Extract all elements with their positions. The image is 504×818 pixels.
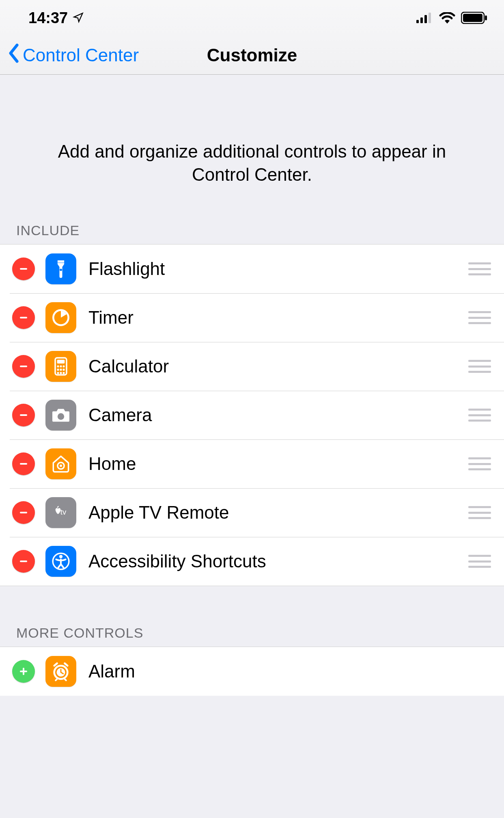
flashlight-icon [45,253,76,284]
svg-rect-9 [20,366,27,367]
battery-icon [461,12,488,24]
svg-rect-11 [20,463,27,465]
svg-rect-0 [416,20,419,23]
drag-handle-icon[interactable] [468,409,491,422]
list-item: Alarm [0,647,504,696]
drag-handle-icon[interactable] [468,555,491,568]
svg-rect-1 [420,17,423,23]
drag-handle-icon[interactable] [468,311,491,324]
status-left: 14:37 [28,9,84,27]
list-item: Home [0,439,504,488]
add-button[interactable] [12,660,35,683]
list-item: Flashlight [0,245,504,293]
wifi-icon [439,12,455,24]
svg-rect-12 [20,512,27,513]
row-label: Alarm [88,661,493,682]
row-label: Calculator [88,356,468,377]
home-icon [45,448,76,479]
svg-rect-13 [20,560,27,562]
svg-rect-10 [20,414,27,416]
svg-rect-3 [429,13,431,23]
svg-rect-5 [463,14,482,22]
back-label: Control Center [23,45,139,65]
section-header-more: More Controls [0,621,504,647]
nav-title: Customize [207,45,297,65]
list-item: Timer [0,293,504,342]
row-label: Camera [88,405,468,425]
include-table: FlashlightTimerCalculatorCameraHomeApple… [0,244,504,586]
drag-handle-icon[interactable] [468,457,491,470]
remove-button[interactable] [12,306,35,329]
appletv-icon [45,497,76,528]
calculator-icon [45,351,76,382]
drag-handle-icon[interactable] [468,360,491,373]
remove-button[interactable] [12,501,35,524]
intro-text: Add and organize additional controls to … [0,75,504,219]
remove-button[interactable] [12,452,35,475]
row-label: Flashlight [88,259,468,279]
more-table: Alarm [0,647,504,696]
row-label: Apple TV Remote [88,502,468,523]
row-label: Timer [88,307,468,328]
svg-rect-6 [485,15,487,20]
alarm-icon [45,656,76,687]
list-item: Calculator [0,342,504,391]
location-arrow-icon [73,9,84,27]
camera-icon [45,400,76,431]
remove-button[interactable] [12,550,35,573]
list-item: Apple TV Remote [0,488,504,537]
cellular-signal-icon [416,13,433,23]
svg-rect-15 [23,668,24,675]
remove-button[interactable] [12,258,35,280]
row-label: Home [88,454,468,474]
section-header-include: Include [0,219,504,244]
status-right [416,12,488,24]
back-button[interactable]: Control Center [8,43,139,67]
list-item: Camera [0,391,504,439]
timer-icon [45,302,76,333]
svg-rect-2 [424,15,427,23]
chevron-left-icon [8,43,19,67]
status-time: 14:37 [28,9,68,27]
remove-button[interactable] [12,355,35,378]
status-bar: 14:37 [0,0,504,36]
list-item: Accessibility Shortcuts [0,537,504,586]
svg-rect-7 [20,268,27,270]
accessibility-icon [45,546,76,577]
svg-rect-8 [20,317,27,318]
drag-handle-icon[interactable] [468,262,491,275]
row-label: Accessibility Shortcuts [88,551,468,571]
drag-handle-icon[interactable] [468,506,491,519]
nav-bar: Control Center Customize [0,36,504,75]
remove-button[interactable] [12,404,35,426]
